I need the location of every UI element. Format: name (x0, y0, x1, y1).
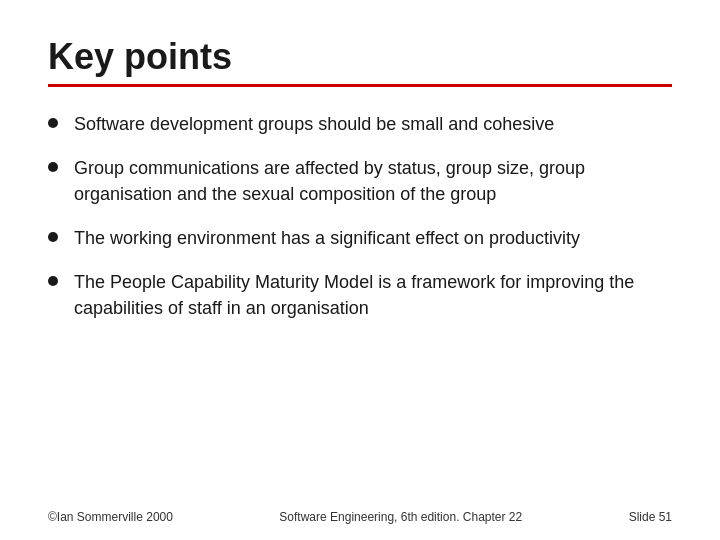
footer-slide-number: Slide 51 (629, 510, 672, 524)
title-section: Key points (48, 36, 672, 87)
list-item: Group communications are affected by sta… (48, 155, 672, 207)
slide-title: Key points (48, 36, 672, 78)
slide: Key points Software development groups s… (0, 0, 720, 540)
bullet-text-1: Software development groups should be sm… (74, 111, 672, 137)
footer-copyright: ©Ian Sommerville 2000 (48, 510, 173, 524)
bullet-dot-1 (48, 118, 58, 128)
bullet-dot-2 (48, 162, 58, 172)
bullet-list: Software development groups should be sm… (48, 111, 672, 322)
title-underline (48, 84, 672, 87)
bullet-dot-4 (48, 276, 58, 286)
list-item: The People Capability Maturity Model is … (48, 269, 672, 321)
bullet-text-4: The People Capability Maturity Model is … (74, 269, 672, 321)
footer: ©Ian Sommerville 2000 Software Engineeri… (48, 510, 672, 524)
bullet-text-2: Group communications are affected by sta… (74, 155, 672, 207)
footer-edition: Software Engineering, 6th edition. Chapt… (189, 510, 613, 524)
bullet-text-3: The working environment has a significan… (74, 225, 672, 251)
list-item: The working environment has a significan… (48, 225, 672, 251)
list-item: Software development groups should be sm… (48, 111, 672, 137)
bullet-dot-3 (48, 232, 58, 242)
